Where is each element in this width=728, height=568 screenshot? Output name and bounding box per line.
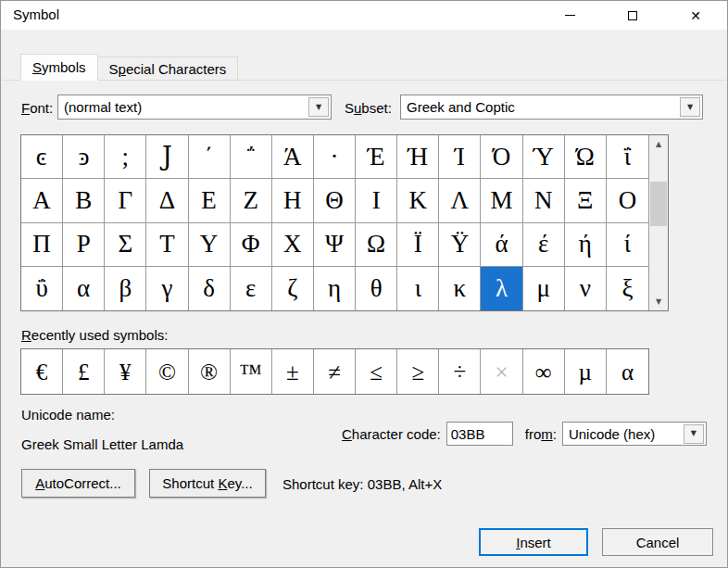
symbol-cell[interactable]: Γ: [105, 179, 146, 222]
symbol-cell[interactable]: ά: [481, 223, 522, 267]
symbol-cell[interactable]: Κ: [397, 179, 439, 222]
symbol-cell[interactable]: λ: [481, 267, 522, 310]
cancel-button[interactable]: Cancel: [602, 528, 713, 556]
symbol-dialog: Symbol ✕ Symbols Special Characters Font…: [0, 0, 728, 568]
symbol-cell[interactable]: Α: [21, 179, 63, 222]
symbol-cell[interactable]: ί: [607, 223, 648, 267]
symbol-cell[interactable]: ;: [105, 135, 146, 179]
character-code-input[interactable]: [446, 422, 513, 446]
recent-symbol-cell[interactable]: ±: [272, 349, 314, 394]
symbol-cell[interactable]: ε: [231, 267, 272, 310]
symbol-cell[interactable]: κ: [439, 267, 481, 310]
symbol-cell[interactable]: δ: [189, 267, 231, 310]
recent-symbol-cell[interactable]: ™: [231, 349, 272, 394]
recent-symbol-cell[interactable]: ≠: [314, 349, 356, 394]
scroll-track[interactable]: [649, 153, 668, 293]
minimize-icon: [565, 15, 575, 16]
symbol-cell[interactable]: Λ: [439, 179, 481, 222]
symbol-cell[interactable]: Ά: [272, 135, 314, 179]
symbol-grid-scrollbar[interactable]: ▲ ▼: [648, 135, 668, 310]
from-select-arrow-button[interactable]: ▼: [684, 424, 704, 444]
autocorrect-button[interactable]: AutoCorrect...: [21, 469, 135, 498]
scroll-thumb[interactable]: [650, 182, 667, 226]
scroll-up-button[interactable]: ▲: [649, 135, 668, 153]
symbol-cell[interactable]: μ: [523, 267, 565, 310]
symbol-cell[interactable]: Σ: [105, 223, 146, 267]
symbol-cell[interactable]: Ζ: [231, 179, 272, 222]
tab-symbols[interactable]: Symbols: [20, 54, 98, 81]
symbol-cell[interactable]: Ο: [607, 179, 648, 222]
symbol-cell[interactable]: έ: [523, 223, 565, 267]
symbol-cell[interactable]: ξ: [607, 267, 648, 310]
symbol-cell[interactable]: Ί: [439, 135, 481, 179]
symbol-cell[interactable]: ν: [565, 267, 607, 310]
symbol-cell[interactable]: Τ: [146, 223, 188, 267]
minimize-button[interactable]: [538, 1, 601, 30]
symbol-cell[interactable]: Ν: [523, 179, 565, 222]
shortcut-key-button[interactable]: Shortcut Key...: [149, 469, 266, 498]
symbol-cell[interactable]: θ: [356, 267, 397, 310]
maximize-button[interactable]: [601, 1, 664, 30]
from-select[interactable]: Unicode (hex) ▼: [562, 422, 707, 446]
symbol-cell[interactable]: Ξ: [565, 179, 607, 222]
symbol-cell[interactable]: ΐ: [607, 135, 648, 179]
symbol-cell[interactable]: ͼ: [21, 135, 63, 179]
symbol-cell[interactable]: ζ: [272, 267, 314, 310]
symbol-cell[interactable]: Ϋ: [439, 223, 481, 267]
symbol-cell[interactable]: Ύ: [523, 135, 565, 179]
insert-button[interactable]: Insert: [479, 528, 588, 556]
recent-symbol-cell[interactable]: α: [607, 349, 648, 394]
recent-symbol-cell[interactable]: ©: [146, 349, 188, 394]
recent-symbol-cell[interactable]: €: [21, 349, 63, 394]
close-button[interactable]: ✕: [664, 1, 727, 30]
symbol-cell[interactable]: Δ: [146, 179, 188, 222]
recent-symbol-cell[interactable]: £: [63, 349, 105, 394]
recent-symbol-cell[interactable]: ≤: [356, 349, 397, 394]
symbol-cell[interactable]: ή: [565, 223, 607, 267]
symbol-cell[interactable]: Ι: [356, 179, 397, 222]
recent-symbol-cell[interactable]: ∞: [523, 349, 565, 394]
scroll-down-button[interactable]: ▼: [649, 293, 668, 310]
symbol-cell[interactable]: γ: [146, 267, 188, 310]
symbol-cell[interactable]: Ω: [356, 223, 397, 267]
symbol-cell[interactable]: Ψ: [314, 223, 356, 267]
symbol-cell[interactable]: ΄: [189, 135, 231, 179]
autocorrect-button-label: AutoCorrect...: [35, 475, 121, 491]
symbol-cell[interactable]: Ό: [481, 135, 522, 179]
symbol-cell[interactable]: α: [63, 267, 105, 310]
symbol-cell[interactable]: Έ: [356, 135, 397, 179]
subset-select[interactable]: Greek and Coptic ▼: [400, 95, 703, 120]
recent-symbol-cell[interactable]: ÷: [439, 349, 481, 394]
symbol-cell[interactable]: Ρ: [63, 223, 105, 267]
symbol-cell[interactable]: Χ: [272, 223, 314, 267]
symbol-cell[interactable]: Φ: [231, 223, 272, 267]
symbol-cell[interactable]: ι: [397, 267, 439, 310]
symbol-cell[interactable]: ΰ: [21, 267, 63, 310]
symbol-cell[interactable]: Μ: [481, 179, 522, 222]
symbol-cell[interactable]: Ε: [189, 179, 231, 222]
recent-symbol-cell[interactable]: ¥: [105, 349, 146, 394]
subset-select-arrow-button[interactable]: ▼: [680, 97, 700, 117]
symbol-cell[interactable]: Η: [272, 179, 314, 222]
symbol-cell[interactable]: Υ: [189, 223, 231, 267]
unicode-name-value: Greek Small Letter Lamda: [21, 436, 183, 452]
recent-symbol-cell[interactable]: ≥: [397, 349, 439, 394]
symbol-cell[interactable]: Ϊ: [397, 223, 439, 267]
symbol-cell[interactable]: ΅: [231, 135, 272, 179]
symbol-cell[interactable]: Ϳ: [146, 135, 188, 179]
symbol-cell[interactable]: Β: [63, 179, 105, 222]
symbol-cell[interactable]: β: [105, 267, 146, 310]
tab-special-characters[interactable]: Special Characters: [98, 57, 239, 81]
symbol-cell[interactable]: ͽ: [63, 135, 105, 179]
recent-symbol-cell[interactable]: ®: [189, 349, 231, 394]
symbol-cell[interactable]: Θ: [314, 179, 356, 222]
symbol-cell[interactable]: Ώ: [565, 135, 607, 179]
recent-symbol-cell[interactable]: ×: [481, 349, 522, 394]
symbol-cell[interactable]: Π: [21, 223, 63, 267]
symbol-cell[interactable]: Ή: [397, 135, 439, 179]
font-select-arrow-button[interactable]: ▼: [308, 97, 329, 117]
symbol-cell[interactable]: η: [314, 267, 356, 310]
recent-symbol-cell[interactable]: µ: [565, 349, 607, 394]
font-select[interactable]: (normal text) ▼: [57, 95, 332, 120]
symbol-cell[interactable]: ·: [314, 135, 356, 179]
